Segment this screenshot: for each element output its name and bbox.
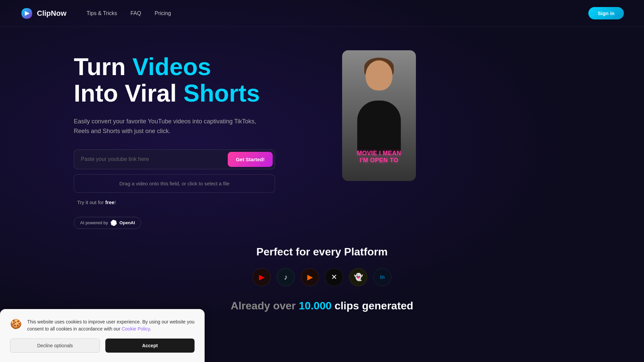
video-caption: MOVIE I MEAN I'M OPEN TO: [342, 150, 416, 164]
clips-text: Already over 10.000 clips generated: [231, 300, 413, 312]
hero-title-line1: Turn Videos: [74, 53, 211, 80]
nav-faq[interactable]: FAQ: [130, 10, 141, 16]
url-input-row: Get Started!: [74, 149, 275, 169]
youtube-url-input[interactable]: [74, 150, 226, 168]
cookie-buttons: Decline optionals Accept: [10, 339, 195, 353]
nav-tips-tricks[interactable]: Tips & Tricks: [87, 10, 117, 16]
sign-in-button[interactable]: Sign in: [588, 7, 624, 19]
video-preview: MOVIE I MEAN I'M OPEN TO: [342, 50, 416, 181]
logo[interactable]: ClipNow: [20, 7, 66, 20]
cookie-banner: 🍪 This website uses cookies to improve u…: [0, 309, 205, 362]
nav-links: Tips & Tricks FAQ Pricing: [87, 10, 588, 16]
platform-icon-youtube[interactable]: ▶: [253, 268, 271, 286]
hero-title-line2: Into Viral Shorts: [74, 80, 260, 107]
person-body: [357, 101, 401, 154]
hero-subtitle: Easily convert your favorite YouTube vid…: [74, 117, 265, 136]
hero-title: Turn Videos Into Viral Shorts: [74, 54, 309, 107]
cookie-content: 🍪 This website uses cookies to improve u…: [10, 318, 195, 333]
clips-counter: Already over 10.000 clips generated: [0, 286, 644, 312]
navbar: ClipNow Tips & Tricks FAQ Pricing Sign i…: [0, 0, 644, 27]
video-background: MOVIE I MEAN I'M OPEN TO: [342, 50, 416, 181]
platform-icon-tiktok[interactable]: ♪: [277, 268, 295, 286]
platform-icon-youtube-shorts[interactable]: ▶: [301, 268, 319, 286]
accept-button[interactable]: Accept: [105, 339, 195, 353]
platform-icon-snapchat[interactable]: 👻: [349, 268, 367, 286]
logo-label: ClipNow: [37, 9, 66, 18]
get-started-button[interactable]: Get Started!: [228, 152, 273, 167]
hero-left: Turn Videos Into Viral Shorts Easily con…: [74, 54, 309, 229]
openai-badge: AI powered by OpenAI: [74, 217, 141, 229]
hero-section: Turn Videos Into Viral Shorts Easily con…: [0, 27, 644, 229]
platform-section: Perfect for every Platform ▶ ♪ ▶ ✕ 👻 in: [0, 229, 644, 286]
drop-zone[interactable]: Drag a video onto this field, or click t…: [74, 174, 275, 193]
person-head: [366, 60, 392, 90]
cookie-policy-link[interactable]: Cookie Policy: [122, 326, 150, 331]
nav-pricing[interactable]: Pricing: [155, 10, 171, 16]
cookie-icon: 🍪: [10, 318, 22, 329]
free-trial-text: Try it out for free!: [74, 199, 309, 205]
platform-title: Perfect for every Platform: [0, 246, 644, 258]
video-preview-area: MOVIE I MEAN I'M OPEN TO: [342, 54, 416, 181]
platform-icon-twitter[interactable]: ✕: [325, 268, 343, 286]
cookie-text: This website uses cookies to improve use…: [27, 318, 195, 333]
decline-button[interactable]: Decline optionals: [10, 339, 100, 353]
platform-icon-linkedin[interactable]: in: [373, 268, 391, 286]
platform-icons: ▶ ♪ ▶ ✕ 👻 in: [0, 268, 644, 286]
